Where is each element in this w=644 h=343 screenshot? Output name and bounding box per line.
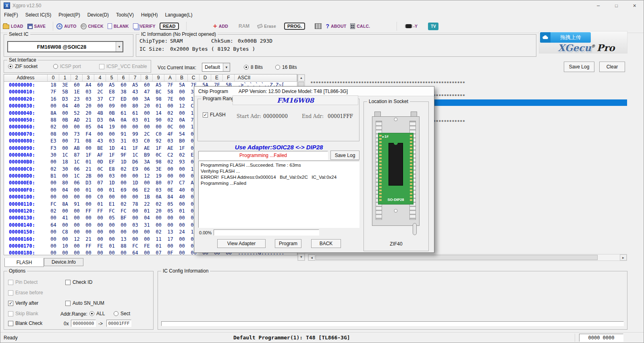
hex-byte[interactable]: 91	[118, 131, 129, 138]
menu-item[interactable]: Tools(V)	[112, 11, 137, 19]
hex-byte[interactable]: 00	[94, 215, 106, 221]
hex-byte[interactable]: 01	[141, 117, 153, 124]
hex-byte[interactable]: 09	[106, 103, 118, 110]
hex-byte[interactable]: 00	[59, 222, 71, 229]
range-end-input[interactable]	[106, 320, 131, 327]
hex-byte[interactable]: 03	[106, 138, 118, 145]
hex-byte[interactable]: 00	[141, 124, 153, 130]
hex-byte[interactable]: 03	[83, 89, 94, 95]
hex-byte[interactable]: 03	[106, 173, 118, 180]
hex-byte[interactable]: 01	[153, 103, 164, 110]
icsp-vcc-checkbox[interactable]: ICSP_VCC Enable	[99, 64, 147, 69]
hex-byte[interactable]: 4B	[94, 110, 106, 117]
hex-byte[interactable]: 41	[118, 145, 129, 152]
load-button[interactable]: LOAD	[3, 23, 23, 29]
hex-byte[interactable]: 03	[129, 117, 141, 124]
hex-byte[interactable]: 12	[71, 236, 83, 243]
hex-byte[interactable]: 00	[83, 145, 94, 152]
hex-byte[interactable]: 00	[71, 215, 83, 221]
hex-byte[interactable]: 58	[164, 89, 176, 95]
hex-byte[interactable]: 00	[176, 236, 188, 243]
hex-byte[interactable]: 87	[71, 152, 83, 159]
hex-byte[interactable]: 07	[153, 250, 164, 255]
hex-byte[interactable]: 0B	[59, 117, 71, 124]
hex-byte[interactable]: 1F	[153, 145, 164, 152]
hex-byte[interactable]: 54	[176, 131, 188, 138]
hex-byte[interactable]: 52	[71, 110, 83, 117]
hex-byte[interactable]: 00	[48, 250, 59, 255]
hex-byte[interactable]: 00	[118, 173, 129, 180]
hex-byte[interactable]: 88	[48, 117, 59, 124]
hex-byte[interactable]: 00	[176, 110, 188, 117]
hex-byte[interactable]: D3	[83, 180, 94, 186]
back-button[interactable]: BACK	[311, 239, 341, 248]
hex-byte[interactable]: 00	[59, 138, 71, 145]
hex-byte[interactable]: 00	[83, 222, 94, 229]
hex-byte[interactable]: 90	[153, 117, 164, 124]
hex-byte[interactable]: 60	[94, 82, 106, 89]
hex-byte[interactable]: 03	[153, 187, 164, 194]
select-ic-combo[interactable]: FM16W08 @SOIC28 ▼	[7, 41, 123, 52]
hex-byte[interactable]: 08	[83, 138, 94, 145]
hex-col-header[interactable]: F	[223, 74, 235, 82]
hex-byte[interactable]: 00	[118, 229, 129, 236]
hex-byte[interactable]: 12	[176, 103, 188, 110]
hex-byte[interactable]: BF	[118, 215, 129, 221]
hex-byte[interactable]: BE	[94, 145, 106, 152]
hex-byte[interactable]: 07	[164, 180, 176, 186]
hex-byte[interactable]: 1F	[83, 152, 94, 159]
hex-byte[interactable]: 0A	[153, 194, 164, 200]
hex-byte[interactable]: C0	[141, 138, 153, 145]
hex-byte[interactable]: 02	[176, 152, 188, 159]
hex-byte[interactable]: 4F	[164, 131, 176, 138]
hex-byte[interactable]: 43	[94, 138, 106, 145]
auto-button[interactable]: AAUTO	[56, 23, 76, 29]
hex-byte[interactable]: 40	[176, 187, 188, 194]
hex-byte[interactable]: AD	[71, 117, 83, 124]
hex-byte[interactable]: 03	[83, 96, 94, 103]
hex-byte[interactable]: 02	[164, 159, 176, 165]
hex-byte[interactable]: 00	[71, 250, 83, 255]
skip-blank-checkbox[interactable]: Skip Blank	[8, 311, 38, 316]
hex-byte[interactable]: 08	[48, 131, 59, 138]
hex-byte[interactable]: 0C	[94, 166, 106, 173]
hex-byte[interactable]: 00	[83, 229, 94, 236]
hex-byte[interactable]: B0	[176, 138, 188, 145]
hex-byte[interactable]: 00	[106, 222, 118, 229]
hex-byte[interactable]: 00	[94, 131, 106, 138]
hex-byte[interactable]: 00	[83, 215, 94, 221]
vcc-combo[interactable]: Default ▼	[202, 63, 230, 72]
hex-byte[interactable]: 03	[129, 138, 141, 145]
hex-byte[interactable]: 88	[118, 243, 129, 250]
view-adapter-button[interactable]: View Adapter	[217, 239, 266, 248]
hex-byte[interactable]: 0F	[164, 250, 176, 255]
hex-byte[interactable]: 1D	[118, 159, 129, 165]
hex-byte[interactable]: 00	[129, 96, 141, 103]
hex-byte[interactable]: 01	[141, 208, 153, 215]
hex-byte[interactable]: 7E	[164, 96, 176, 103]
hex-byte[interactable]: 5A	[176, 82, 188, 89]
hex-byte[interactable]: 01	[83, 159, 94, 165]
hex-byte[interactable]: 60	[118, 82, 129, 89]
hex-byte[interactable]: 98	[153, 159, 164, 165]
scroll-right-icon[interactable]: ►	[620, 254, 627, 260]
addr-all-radio[interactable]: ALL	[89, 311, 105, 316]
hex-byte[interactable]: E8	[106, 89, 118, 95]
hex-byte[interactable]: FE	[94, 243, 106, 250]
hex-col-header[interactable]: E	[211, 74, 223, 82]
blank-button[interactable]: BLANK	[108, 23, 129, 29]
hex-byte[interactable]: 0E	[164, 187, 176, 194]
hex-byte[interactable]: E8	[106, 166, 118, 173]
hex-col-header[interactable]: Address	[4, 74, 48, 82]
hex-byte[interactable]: 91	[71, 201, 83, 208]
hex-byte[interactable]: 0C	[164, 124, 176, 130]
hex-byte[interactable]: 00	[59, 110, 71, 117]
hex-byte[interactable]: C7	[176, 180, 188, 186]
hex-byte[interactable]: 1F	[176, 145, 188, 152]
hex-byte[interactable]: D6	[129, 159, 141, 165]
hex-byte[interactable]: 00	[153, 215, 164, 221]
hex-byte[interactable]: 05	[164, 201, 176, 208]
auto-sn-checkbox[interactable]: Auto SN_NUM	[65, 300, 104, 306]
hex-byte[interactable]: 00	[59, 194, 71, 200]
hex-byte[interactable]: 21	[83, 236, 94, 243]
